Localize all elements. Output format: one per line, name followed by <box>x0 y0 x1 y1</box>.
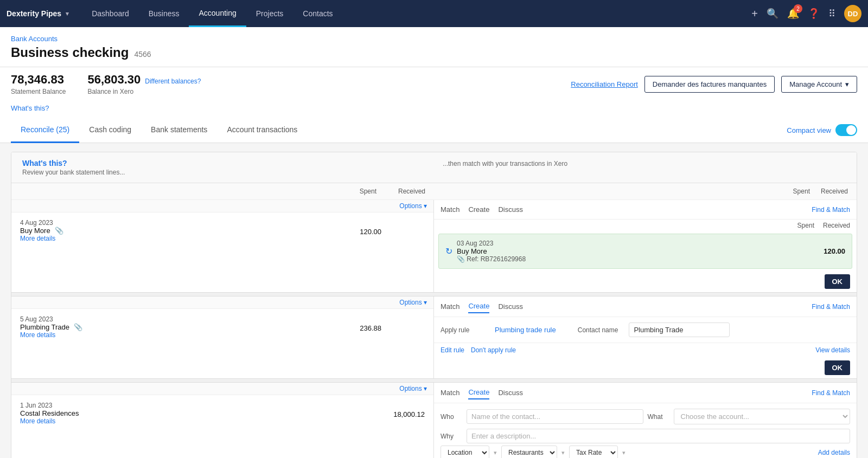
tx3-tab-discuss[interactable]: Discuss <box>498 386 523 399</box>
tx1-options-btn[interactable]: Options ▾ <box>399 202 427 210</box>
tab-reconcile[interactable]: Reconcile (25) <box>11 118 79 143</box>
navigation: Dexterity Pipes ▾ Dashboard Business Acc… <box>0 0 868 27</box>
transaction-row-1: Options ▾ 4 Aug 2023 Buy More 📎 More det… <box>11 200 857 292</box>
tx3-row: 1 Jun 2023 Costal Residences More detail… <box>11 395 433 433</box>
tx3-tab-match[interactable]: Match <box>441 386 459 399</box>
brand-dropdown-arrow[interactable]: ▾ <box>66 10 75 17</box>
factures-button[interactable]: Demander des factures manquantes <box>644 76 775 93</box>
spent-header: Spent <box>339 188 376 195</box>
tx3-who-input[interactable] <box>467 409 643 424</box>
tx3-tab-create[interactable]: Create <box>468 386 489 399</box>
tx1-matched-name: Buy More <box>457 247 807 255</box>
xero-balance: 56,803.30 Different balances? Balance in… <box>87 73 201 95</box>
tx1-tab-discuss[interactable]: Discuss <box>498 203 523 216</box>
tx1-tab-create[interactable]: Create <box>468 203 489 216</box>
tx1-tab-match[interactable]: Match <box>441 203 459 216</box>
notification-icon[interactable]: 🔔 2 <box>787 8 799 20</box>
tx2-contact-input[interactable] <box>629 322 730 337</box>
tx2-edit-rule[interactable]: Edit rule <box>441 346 464 354</box>
separator-2 <box>11 378 857 383</box>
tx2-rule-link[interactable]: Plumbing trade rule <box>495 326 556 334</box>
tx3-location-select[interactable]: Location <box>441 446 489 458</box>
nav-accounting[interactable]: Accounting <box>189 0 246 27</box>
add-icon[interactable]: + <box>751 8 758 20</box>
tab-bank-statements[interactable]: Bank statements <box>141 118 217 143</box>
brand-name: Dexterity Pipes <box>7 9 61 18</box>
reconcile-right-subtitle: ...then match with your transactions in … <box>443 160 846 167</box>
account-number: 4566 <box>134 50 151 59</box>
tx2-view-details[interactable]: View details <box>815 346 850 354</box>
tx3-more-link[interactable]: More details <box>20 417 333 425</box>
compact-toggle-switch[interactable] <box>835 124 857 136</box>
tx2-find-match[interactable]: Find & Match <box>812 303 850 311</box>
tx2-tab-discuss[interactable]: Discuss <box>498 300 523 313</box>
search-icon[interactable]: 🔍 <box>767 8 778 20</box>
transaction-row-2: Options ▾ 5 Aug 2023 Plumbing Trade 📎 Mo… <box>11 296 857 378</box>
xero-balance-value: 56,803.30 <box>87 73 141 87</box>
balance-actions: Reconciliation Report Demander des factu… <box>571 76 857 93</box>
manage-account-button[interactable]: Manage Account ▾ <box>781 76 857 93</box>
tx1-row: 4 Aug 2023 Buy More 📎 More details 120.0… <box>11 212 433 250</box>
tx3-tax-rate-select[interactable]: Tax Rate <box>569 446 618 458</box>
nav-dashboard[interactable]: Dashboard <box>82 0 139 27</box>
tx1-find-match[interactable]: Find & Match <box>812 206 850 214</box>
tx2-ok-button[interactable]: OK <box>825 360 851 375</box>
tx2-tab-match[interactable]: Match <box>441 300 459 313</box>
help-icon[interactable]: ❓ <box>808 8 820 20</box>
breadcrumb[interactable]: Bank Accounts <box>11 35 857 43</box>
tx1-more-link[interactable]: More details <box>20 235 338 242</box>
tx3-restaurant-dropdown: ▾ <box>561 449 565 456</box>
tx1-matched-amount: 120.00 <box>807 247 845 255</box>
manage-dropdown-icon: ▾ <box>845 80 849 88</box>
apps-icon[interactable]: ⠿ <box>828 8 835 20</box>
tx3-why-label: Why <box>441 433 462 440</box>
nav-contacts[interactable]: Contacts <box>293 0 342 27</box>
tabs-bar: Reconcile (25) Cash coding Bank statemen… <box>0 118 868 143</box>
nav-projects[interactable]: Projects <box>246 0 293 27</box>
tx2-date: 5 Aug 2023 <box>20 315 338 323</box>
reconcile-header-title[interactable]: What's this? <box>22 159 434 167</box>
tx3-add-details[interactable]: Add details <box>818 449 850 456</box>
tx3-restaurant-select[interactable]: Restaurants <box>501 446 557 458</box>
brand-logo[interactable]: Dexterity Pipes ▾ <box>7 9 82 18</box>
tx1-left: Options ▾ 4 Aug 2023 Buy More 📎 More det… <box>11 200 434 292</box>
tx2-received <box>390 309 433 347</box>
tx2-tab-create[interactable]: Create <box>468 300 489 313</box>
tx2-rule-actions: Edit rule Don't apply rule View details <box>434 343 857 357</box>
tx3-what-select[interactable]: Choose the account... <box>674 409 851 424</box>
tx1-right-spent: Spent <box>797 222 814 229</box>
tx3-taxrate-dropdown: ▾ <box>622 449 626 456</box>
tx2-apply-rule: Apply rule Plumbing trade rule Contact n… <box>434 317 857 343</box>
tx2-more-link[interactable]: More details <box>20 331 338 339</box>
tab-cash-coding[interactable]: Cash coding <box>79 118 141 143</box>
tx2-dont-apply[interactable]: Don't apply rule <box>471 346 516 354</box>
compact-view-toggle[interactable]: Compact view <box>787 124 857 136</box>
tx1-matched-info: 03 Aug 2023 Buy More 📎 Ref: RB7261629968 <box>457 240 807 263</box>
nav-business[interactable]: Business <box>139 0 189 27</box>
tx3-what-label: What <box>648 413 669 421</box>
tx3-why-input[interactable] <box>467 429 850 443</box>
tx3-find-match[interactable]: Find & Match <box>812 389 850 397</box>
tx1-info: 4 Aug 2023 Buy More 📎 More details <box>11 212 347 250</box>
tx1-received <box>390 212 433 250</box>
tab-account-transactions[interactable]: Account transactions <box>217 118 307 143</box>
tx1-ok-button[interactable]: OK <box>825 274 851 289</box>
tx3-right: Match Create Discuss Find & Match Who Wh… <box>434 383 857 458</box>
received-header: Received <box>387 188 425 195</box>
tx3-info: 1 Jun 2023 Costal Residences More detail… <box>11 395 341 433</box>
tx2-spent: 236.88 <box>347 309 390 347</box>
diff-link[interactable]: Different balances? <box>145 78 201 85</box>
tx1-ref-attach-icon: 📎 <box>457 255 465 263</box>
spent-right-header: Spent <box>793 188 810 195</box>
tx3-who-row: Who What Choose the account... <box>441 409 850 424</box>
received-right-header: Received <box>821 188 848 195</box>
tx3-name: Costal Residences <box>20 409 333 417</box>
tx3-options-btn[interactable]: Options ▾ <box>399 385 427 392</box>
whats-this-link[interactable]: What's this? <box>0 104 868 118</box>
tx1-attach-icon: 📎 <box>55 227 63 235</box>
user-avatar[interactable]: DD <box>844 5 861 22</box>
tx1-spent: 120.00 <box>347 212 390 250</box>
reconciliation-report-link[interactable]: Reconciliation Report <box>571 80 638 88</box>
tx2-options-btn[interactable]: Options ▾ <box>399 299 427 306</box>
notification-badge: 2 <box>794 4 802 13</box>
